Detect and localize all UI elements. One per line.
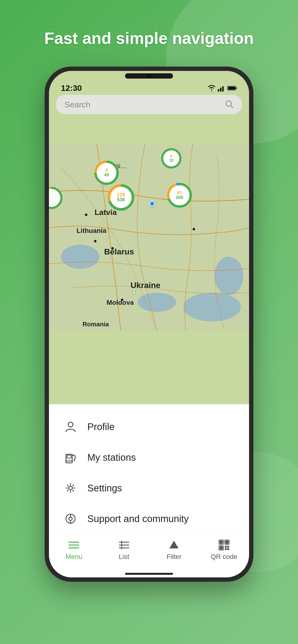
svg-point-9 (61, 245, 99, 269)
svg-rect-56 (67, 455, 71, 458)
menu-item-profile[interactable]: Profile (49, 411, 249, 442)
svg-rect-1 (218, 89, 219, 92)
search-bar[interactable]: Search (56, 95, 242, 114)
svg-text:Ukraine: Ukraine (130, 280, 161, 290)
svg-text:97: 97 (177, 190, 182, 195)
svg-point-12 (138, 293, 176, 312)
svg-point-20 (94, 240, 97, 243)
svg-rect-83 (227, 548, 229, 550)
svg-rect-82 (225, 548, 227, 550)
menu-label-settings: Settings (87, 483, 122, 494)
svg-point-0 (211, 90, 212, 91)
filter-nav-icon (168, 539, 180, 551)
svg-point-23 (192, 228, 195, 231)
svg-point-54 (68, 422, 73, 427)
svg-rect-80 (225, 546, 227, 548)
nav-item-filter[interactable]: Filter (156, 539, 192, 560)
nav-label-menu: Menu (66, 553, 82, 560)
menu-item-my-stations[interactable]: My stations (49, 442, 249, 473)
nav-item-qr[interactable]: QR code (206, 539, 242, 560)
menu-item-support[interactable]: Support and community (49, 503, 249, 534)
qr-nav-icon (218, 539, 230, 551)
svg-line-53 (231, 106, 233, 108)
community-icon (63, 512, 78, 526)
cluster-partial[interactable] (49, 186, 63, 211)
person-icon (63, 420, 78, 434)
svg-text:8: 8 (105, 168, 108, 173)
svg-rect-73 (172, 547, 176, 548)
battery-icon (227, 86, 237, 90)
nav-item-list[interactable]: List (106, 539, 142, 560)
svg-rect-81 (227, 546, 229, 548)
cluster-8-49[interactable]: 8 49 (93, 160, 120, 187)
svg-point-21 (111, 247, 114, 250)
menu-nav-icon (68, 539, 80, 551)
svg-point-10 (183, 293, 241, 322)
svg-text:536: 536 (117, 197, 125, 202)
search-placeholder: Search (65, 100, 225, 109)
cluster-97-260[interactable]: 97 260 (166, 182, 193, 210)
phone-camera (147, 74, 151, 78)
svg-rect-6 (228, 87, 235, 90)
nav-item-menu[interactable]: Menu (56, 539, 92, 560)
svg-rect-3 (222, 86, 224, 92)
svg-text:Romania: Romania (83, 320, 109, 328)
svg-text:119: 119 (117, 192, 125, 198)
svg-point-24 (121, 298, 123, 302)
home-bar (125, 573, 173, 575)
svg-text:260: 260 (176, 195, 183, 200)
svg-text:Lithuania: Lithuania (77, 227, 106, 234)
svg-rect-7 (236, 88, 237, 89)
menu-item-settings[interactable]: Settings (49, 473, 249, 503)
svg-rect-2 (220, 88, 221, 92)
svg-rect-77 (226, 541, 228, 544)
gas-station-icon (63, 450, 78, 464)
svg-rect-4 (224, 85, 226, 92)
page-headline: Fast and simple navigation (44, 29, 254, 48)
svg-text:0: 0 (170, 154, 173, 158)
svg-rect-75 (220, 541, 222, 544)
status-time: 12:30 (61, 84, 82, 93)
phone-frame: 12:30 (45, 66, 253, 582)
menu-label-my-stations: My stations (87, 452, 136, 463)
nav-label-qr: QR code (211, 553, 238, 560)
map-area[interactable]: 12:30 (49, 71, 249, 404)
home-indicator (49, 570, 249, 578)
menu-label-profile: Profile (87, 422, 114, 432)
bottom-sheet: Profile My stations (49, 404, 249, 534)
svg-point-11 (215, 257, 243, 295)
svg-point-60 (69, 517, 72, 520)
svg-point-58 (69, 486, 72, 490)
svg-point-19 (85, 214, 88, 216)
map-background: Latvia Lithuania Belarus Ukraine Moldova… (49, 71, 249, 404)
svg-text:49: 49 (104, 172, 109, 177)
location-dot (149, 201, 155, 206)
status-icons (207, 85, 237, 92)
menu-label-support: Support and community (87, 514, 189, 524)
cluster-0-15[interactable]: 0 15 (161, 148, 182, 170)
svg-text:Moldova: Moldova (106, 299, 134, 306)
svg-rect-79 (220, 547, 222, 549)
nav-label-list: List (119, 553, 129, 560)
cluster-119-536[interactable]: 119 536 (106, 183, 135, 213)
settings-icon (63, 481, 78, 495)
nav-label-filter: Filter (167, 553, 181, 560)
signal-icon (218, 85, 226, 92)
bottom-nav: Menu List (49, 534, 249, 570)
wifi-icon (207, 85, 216, 92)
svg-text:Belarus: Belarus (104, 247, 134, 256)
svg-text:15: 15 (169, 158, 174, 162)
svg-point-22 (133, 291, 135, 294)
list-nav-icon (118, 539, 130, 551)
search-icon (225, 100, 233, 109)
phone-screen: 12:30 (49, 71, 249, 578)
